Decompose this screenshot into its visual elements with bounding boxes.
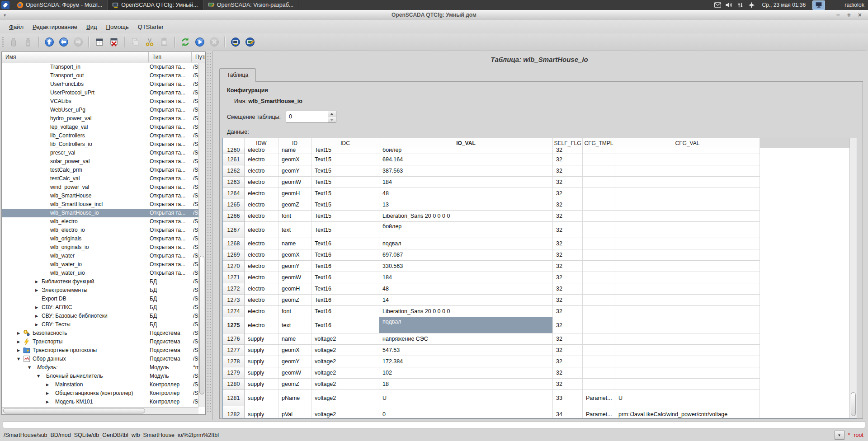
cell-CFG_TMPL[interactable] [583, 177, 615, 188]
cell-SELF_FLG[interactable]: 32 [553, 188, 583, 199]
cell-IO_VAL[interactable]: Liberation_Sans 20 0 0 0 0 [379, 211, 553, 222]
cell-IDC[interactable]: Text16 [311, 249, 379, 261]
cell-SELF_FLG[interactable]: 32 [553, 317, 583, 333]
cell-CFG_VAL[interactable] [615, 317, 760, 333]
cell-ID[interactable]: geomX [278, 345, 311, 356]
cell-ID[interactable]: font [278, 211, 311, 222]
tree-item-библиотеки-функций[interactable]: ▶Библиотеки функцийБД/Sm [2, 277, 199, 286]
tree-item-электроэлементы[interactable]: ▶ЭлектроэлементыБД/Sm [2, 286, 199, 295]
cell-IDC[interactable]: Text15 [311, 154, 379, 165]
cell-IDW[interactable]: electro [245, 283, 278, 295]
tree-item-сву-базовые-библиотеки[interactable]: ▶СВУ: Базовые библиотекиБД/Sm [2, 312, 199, 320]
tree-vertical-scrollbar[interactable] [198, 63, 205, 407]
tree-item-wind_power_val[interactable]: wind_power_valОткрытая та.../Sm [2, 183, 199, 192]
cell-IDC[interactable]: Text15 [311, 199, 379, 211]
expand-arrow-icon[interactable]: ▶ [35, 312, 38, 320]
cell-IDC[interactable]: voltage2 [311, 367, 379, 379]
cell-SELF_FLG[interactable]: 32 [553, 249, 583, 261]
cell-IO_VAL[interactable]: 330.563 [379, 261, 553, 272]
tree-col-type[interactable]: Тип [149, 52, 192, 62]
cell-SELF_FLG[interactable]: 32 [553, 333, 583, 345]
cell-IDC[interactable]: Text16 [311, 317, 379, 333]
tree-item-транспортные-протоколы[interactable]: ▶Транспортные протоколыПодсистема/Sm [2, 346, 199, 355]
cell-CFG_TMPL[interactable] [583, 283, 615, 295]
cell-SELF_FLG[interactable]: 34 [553, 406, 583, 418]
cell-CFG_VAL[interactable] [615, 272, 760, 283]
cell-CFG_TMPL[interactable] [583, 222, 615, 238]
cell-IDW[interactable]: supply [245, 379, 278, 390]
status-dropdown-button[interactable]: ▼ [835, 431, 844, 440]
tree-item-wlb_electro[interactable]: wlb_electroОткрытая та.../Sm [2, 217, 199, 226]
cell-CFG_VAL[interactable] [615, 211, 760, 222]
tree-col-path[interactable]: Путь [192, 52, 205, 62]
cell-SELF_FLG[interactable]: 32 [553, 199, 583, 211]
vision-window-button[interactable] [243, 35, 257, 49]
cell-IDC[interactable]: Text16 [311, 238, 379, 249]
cell-CFG_VAL[interactable] [615, 295, 760, 306]
tree-item-блочный-вычислитель[interactable]: ▼Блочный вычислительМодуль/Sm [2, 372, 199, 380]
tree-item-транспорты[interactable]: ▶ТранспортыПодсистема/Sm [2, 338, 199, 346]
cell-IDW[interactable]: supply [245, 406, 278, 418]
cell-ID[interactable]: font [278, 306, 311, 317]
cell-IDC[interactable]: Text15 [311, 177, 379, 188]
cell-CFG_TMPL[interactable] [583, 249, 615, 261]
scrollbar-thumb[interactable] [3, 408, 145, 413]
tree-item-solar_power_val[interactable]: solar_power_valОткрытая та.../Sm [2, 157, 199, 166]
cell-IDC[interactable]: Text16 [311, 261, 379, 272]
tree-item-prescr_val[interactable]: prescr_valОткрытая та.../Sm [2, 149, 199, 157]
expand-arrow-icon[interactable]: ▶ [35, 320, 38, 329]
start-menu-icon[interactable] [1, 0, 10, 9]
up-button[interactable] [42, 35, 57, 49]
cell-IDW[interactable]: supply [245, 333, 278, 345]
cell-CFG_TMPL[interactable] [583, 148, 615, 154]
cell-IO_VAL[interactable]: 172.384 [379, 356, 553, 367]
spin-up-button[interactable] [328, 111, 336, 117]
cell-IDW[interactable]: electro [245, 154, 278, 165]
cell-SELF_FLG[interactable]: 32 [553, 345, 583, 356]
cell-CFG_VAL[interactable] [615, 177, 760, 188]
taskbar-window[interactable]: OpenSCADA: Форум - Mozil... [12, 0, 107, 10]
cell-IO_VAL[interactable]: 13 [379, 199, 553, 211]
cell-IDC[interactable]: Text15 [311, 222, 379, 238]
cell-CFG_VAL[interactable] [615, 199, 760, 211]
cell-ID[interactable]: name [278, 333, 311, 345]
cell-CFG_VAL[interactable] [615, 165, 760, 177]
menu-qtstarter[interactable]: QTStarter [133, 22, 168, 32]
cell-IDW[interactable]: electro [245, 211, 278, 222]
cell-CFG_TMPL[interactable] [583, 261, 615, 272]
cell-ID[interactable]: geomY [278, 165, 311, 177]
cell-IDW[interactable]: electro [245, 222, 278, 238]
cell-ID[interactable]: text [278, 317, 311, 333]
expand-arrow-icon[interactable]: ▶ [46, 389, 49, 398]
cell-SELF_FLG[interactable]: 32 [553, 367, 583, 379]
tree-item-wlb_water_uio[interactable]: wlb_water_uioОткрытая та.../Sm [2, 269, 199, 277]
tree-item-lep_voltage_val[interactable]: lep_voltage_valОткрытая та.../Sm [2, 123, 199, 131]
cell-ID[interactable]: geomX [278, 249, 311, 261]
cell-ID[interactable]: geomH [278, 283, 311, 295]
cell-IDC[interactable]: Text16 [311, 306, 379, 317]
cell-CFG_TMPL[interactable] [583, 317, 615, 333]
cell-SELF_FLG[interactable]: 32 [553, 379, 583, 390]
cell-CFG_VAL[interactable] [615, 238, 760, 249]
cell-CFG_VAL[interactable] [615, 367, 760, 379]
add-item-button[interactable] [92, 35, 107, 49]
cell-IO_VAL[interactable]: 14 [379, 295, 553, 306]
cell-IO_VAL[interactable]: 547.53 [379, 345, 553, 356]
cell-CFG_TMPL[interactable] [583, 345, 615, 356]
cell-IO_VAL[interactable]: U [379, 390, 553, 406]
tree-item-hydro_power_val[interactable]: hydro_power_valОткрытая та.../Sm [2, 114, 199, 123]
cell-CFG_TMPL[interactable] [583, 211, 615, 222]
cell-IDC[interactable]: voltage2 [311, 390, 379, 406]
cell-IDW[interactable]: supply [245, 390, 278, 406]
cell-CFG_VAL[interactable] [615, 306, 760, 317]
cell-CFG_VAL[interactable] [615, 283, 760, 295]
column-header-ID[interactable]: ID [278, 138, 311, 148]
cell-SELF_FLG[interactable]: 32 [553, 238, 583, 249]
expand-arrow-icon[interactable]: ▶ [46, 380, 49, 389]
scrollbar-thumb[interactable] [851, 392, 856, 416]
cell-SELF_FLG[interactable]: 32 [553, 356, 583, 367]
cell-IO_VAL[interactable]: подвал [379, 238, 553, 249]
cell-CFG_TMPL[interactable] [583, 154, 615, 165]
cell-SELF_FLG[interactable]: 32 [553, 283, 583, 295]
cell-IO_VAL[interactable]: бойлер [379, 222, 553, 238]
